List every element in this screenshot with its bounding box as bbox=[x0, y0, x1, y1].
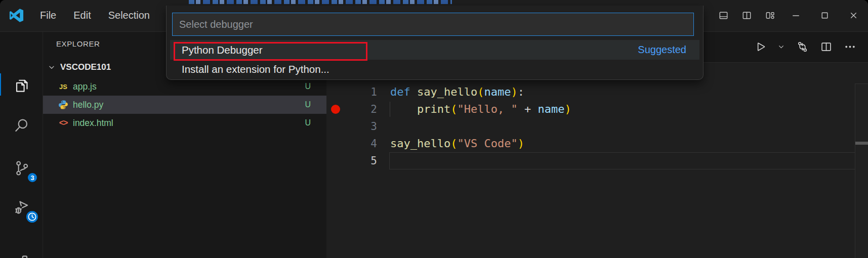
explorer-icon bbox=[13, 76, 30, 94]
close-button[interactable] bbox=[839, 0, 868, 31]
quick-pick-item-1[interactable]: Python DebuggerSuggested bbox=[170, 40, 699, 60]
code-text: def say_hello(name): bbox=[390, 83, 524, 101]
git-status-badge: U bbox=[305, 118, 311, 127]
menu-bar: FileEditSelection bbox=[31, 0, 158, 31]
git-status-badge: U bbox=[305, 100, 311, 109]
maximize-icon bbox=[819, 10, 831, 21]
file-label: hello.py bbox=[73, 100, 103, 110]
current-line-highlight bbox=[389, 152, 855, 169]
folder-label: VSCODE101 bbox=[60, 62, 111, 72]
breakpoint-icon[interactable] bbox=[331, 105, 340, 114]
activity-explorer[interactable] bbox=[0, 69, 43, 100]
file-label: app.js bbox=[73, 81, 97, 92]
line-number[interactable]: 3 bbox=[345, 120, 377, 133]
code-line-5[interactable]: 5 bbox=[326, 152, 855, 169]
run-button[interactable] bbox=[753, 40, 767, 54]
menu-selection[interactable]: Selection bbox=[100, 7, 158, 24]
menu-file[interactable]: File bbox=[31, 7, 65, 24]
minimize-button[interactable] bbox=[781, 0, 810, 31]
quick-pick-placeholder: Select debugger bbox=[179, 19, 253, 30]
quick-pick-input[interactable]: Select debugger bbox=[172, 13, 694, 36]
suggested-badge: Suggested bbox=[638, 44, 686, 56]
active-indicator bbox=[0, 73, 1, 96]
minimize-icon bbox=[790, 10, 802, 21]
line-number[interactable]: 1 bbox=[345, 86, 377, 98]
vscode-window: FileEditSelection 3 EXPLORER VSCODE101 J… bbox=[0, 0, 868, 258]
file-row-app-js[interactable]: JSapp.jsU bbox=[43, 77, 326, 96]
quick-pick-item-label: Install an extension for Python... bbox=[182, 63, 329, 75]
code-area[interactable]: 1def say_hello(name):2 print("Hello, " +… bbox=[326, 83, 855, 169]
extensions-icon bbox=[13, 251, 30, 258]
open-changes-button[interactable] bbox=[796, 40, 809, 54]
minimap-slider[interactable] bbox=[855, 142, 868, 145]
toggle-secondary-sidebar-icon bbox=[741, 10, 753, 21]
chevron-down-icon bbox=[777, 42, 786, 51]
quick-pick-item-label: Python Debugger bbox=[182, 44, 263, 56]
code-line-4[interactable]: 4say_hello("VS Code") bbox=[326, 135, 855, 152]
close-icon bbox=[848, 10, 859, 21]
js-icon: JS bbox=[58, 81, 69, 92]
vscode-logo-icon bbox=[9, 8, 24, 23]
file-label: index.html bbox=[73, 118, 113, 128]
search-icon bbox=[13, 116, 30, 134]
breakpoint-gutter[interactable] bbox=[326, 118, 345, 135]
more-actions-button[interactable] bbox=[843, 40, 857, 54]
file-row-index-html[interactable]: <>index.htmlU bbox=[43, 114, 326, 132]
toggle-secondary-sidebar-button[interactable] bbox=[735, 0, 758, 31]
clock-icon bbox=[27, 211, 37, 222]
line-number[interactable]: 2 bbox=[345, 103, 377, 115]
run-dropdown-button[interactable] bbox=[777, 42, 786, 51]
line-number[interactable]: 4 bbox=[345, 138, 377, 150]
python-icon bbox=[58, 99, 69, 110]
toggle-panel-icon bbox=[718, 10, 729, 21]
source-control-badge: 3 bbox=[27, 172, 38, 183]
toggle-panel-button[interactable] bbox=[712, 0, 735, 31]
breakpoint-gutter[interactable] bbox=[326, 152, 345, 169]
maximize-button[interactable] bbox=[810, 0, 839, 31]
breakpoint-gutter[interactable] bbox=[326, 83, 345, 101]
code-text: say_hello("VS Code") bbox=[390, 135, 524, 152]
minimap[interactable] bbox=[855, 83, 868, 258]
window-title-clipped-text bbox=[189, 0, 452, 4]
activity-search[interactable] bbox=[0, 109, 43, 141]
chevron-down-icon bbox=[47, 63, 56, 72]
quick-pick-overlay: Select debugger Python DebuggerSuggested… bbox=[166, 6, 704, 80]
code-line-1[interactable]: 1def say_hello(name): bbox=[326, 83, 855, 101]
breakpoint-gutter[interactable] bbox=[326, 135, 345, 152]
code-text: print("Hello, " + name) bbox=[390, 101, 571, 118]
run-icon bbox=[753, 40, 767, 54]
git-status-badge: U bbox=[305, 82, 311, 91]
code-line-3[interactable]: 3 bbox=[326, 118, 855, 135]
customize-layout-icon bbox=[764, 10, 776, 21]
activity-run-debug[interactable] bbox=[0, 191, 43, 223]
file-row-hello-py[interactable]: hello.pyU bbox=[43, 96, 326, 114]
menu-edit[interactable]: Edit bbox=[65, 7, 99, 24]
explorer-title: EXPLORER bbox=[56, 39, 100, 48]
more-actions-icon bbox=[843, 40, 857, 54]
split-editor-icon bbox=[819, 40, 833, 54]
line-number[interactable]: 5 bbox=[345, 155, 377, 167]
quick-pick-item-2[interactable]: Install an extension for Python... bbox=[170, 60, 699, 78]
activity-bar: 3 bbox=[0, 31, 43, 258]
customize-layout-button[interactable] bbox=[758, 0, 781, 31]
code-line-2[interactable]: 2 print("Hello, " + name) bbox=[326, 101, 855, 118]
title-bar-controls bbox=[712, 0, 868, 31]
html-icon: <> bbox=[58, 117, 69, 128]
activity-source-control[interactable]: 3 bbox=[0, 152, 43, 184]
split-editor-button[interactable] bbox=[819, 40, 833, 54]
breakpoint-gutter[interactable] bbox=[326, 101, 345, 118]
activity-extensions[interactable] bbox=[0, 244, 43, 258]
open-changes-icon bbox=[796, 40, 809, 54]
debug-clock-badge bbox=[25, 210, 39, 224]
